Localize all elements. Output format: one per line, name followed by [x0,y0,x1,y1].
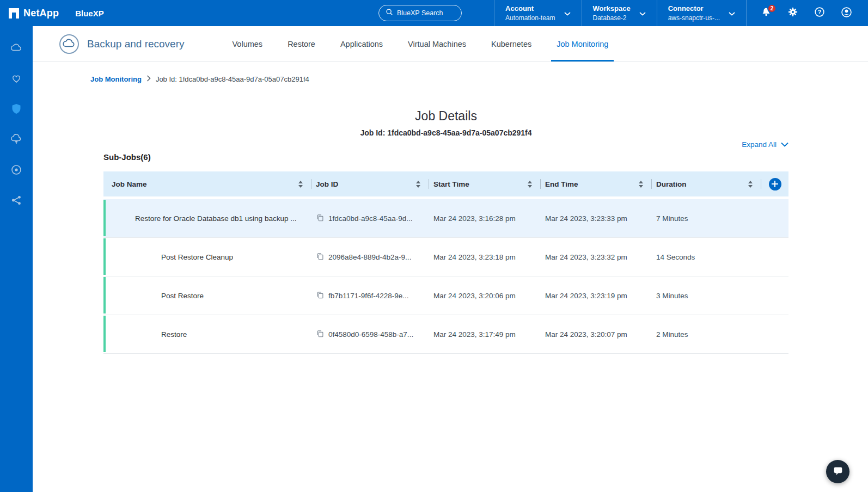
icon-tray: 2 [746,0,868,26]
brand: NetApp BlueXP [0,8,104,19]
column-header-end-time[interactable]: End Time [541,171,652,196]
workspace-menu-label: Workspace [593,4,631,13]
sidebar-item-health[interactable] [10,72,23,85]
column-label: Job Name [112,180,147,188]
job-id-cell: fb7b1171-9f6f-4228-9e... [311,291,429,301]
tab-virtual-machines[interactable]: Virtual Machines [408,26,466,61]
backup-recovery-icon [59,34,80,54]
add-column-button[interactable] [769,178,781,190]
governance-icon [10,169,23,178]
protection-shield-icon [10,108,23,117]
help-button[interactable]: ? [813,7,826,20]
table-row[interactable]: Post Restore Cleanup 2096a8e4-889d-4b2a-… [103,238,788,276]
chevron-down-icon [639,8,646,18]
copy-icon[interactable] [316,252,325,262]
sort-icon[interactable] [748,181,753,188]
canvas-cloud-icon [10,47,23,56]
column-label: Duration [656,180,687,188]
mobility-cloud-icon [10,138,23,147]
page-title: Job Details [103,109,788,124]
column-header-duration[interactable]: Duration [652,171,761,196]
duration-cell: 14 Seconds [652,253,761,261]
service-title: Backup and recovery [87,38,185,50]
copy-icon[interactable] [316,213,325,224]
sidebar-item-protection[interactable] [10,102,23,115]
end-time-cell: Mar 24 2023, 3:20:07 pm [541,330,652,339]
start-time-cell: Mar 24 2023, 3:16:28 pm [429,214,541,223]
account-menu[interactable]: Account Automation-team [494,0,581,26]
top-bar: NetApp BlueXP Account Automation-team Wo… [0,0,868,26]
connector-menu-value: aws-snapctr-us-... [668,14,720,22]
search-input[interactable] [397,9,454,17]
health-icon [10,77,23,87]
sort-icon[interactable] [416,181,420,188]
workspace-menu-value: Database-2 [593,14,631,22]
tab-kubernetes[interactable]: Kubernetes [491,26,531,61]
table-header: Job Name Job ID Start Time End Time [103,171,788,196]
end-time-cell: Mar 24 2023, 3:23:33 pm [541,214,652,223]
column-header-job-name[interactable]: Job Name [103,171,311,196]
chat-icon [832,465,844,479]
column-label: Start Time [433,180,469,188]
job-id-cell: 2096a8e4-889d-4b2a-9... [311,252,429,262]
notification-badge: 2 [767,4,777,13]
tab-job-monitoring[interactable]: Job Monitoring [557,26,608,61]
end-time-cell: Mar 24 2023, 3:23:32 pm [541,253,652,261]
breadcrumb-current: Job Id: 1fdca0bd-a9c8-45aa-9d7a-05a07cb2… [156,75,309,83]
job-id-text: 0f4580d0-6598-458b-a7... [328,330,413,339]
chevron-down-icon [781,140,788,149]
start-time-cell: Mar 24 2023, 3:20:06 pm [429,292,541,300]
column-label: Job ID [316,180,338,188]
table-row[interactable]: Post Restore fb7b1171-9f6f-4228-9e... Ma… [103,276,788,315]
expand-all-button[interactable]: Expand All [742,139,788,149]
notifications-button[interactable]: 2 [760,7,773,20]
table-row[interactable]: Restore for Oracle Database db1 using ba… [103,199,788,238]
connector-menu[interactable]: Connector aws-snapctr-us-... [657,0,746,26]
tab-applications[interactable]: Applications [340,26,383,61]
sort-icon[interactable] [298,181,303,188]
sidebar-item-canvas[interactable] [10,41,23,54]
user-account-button[interactable] [840,7,853,20]
job-id-cell: 1fdca0bd-a9c8-45aa-9d... [311,213,429,224]
column-header-start-time[interactable]: Start Time [429,171,541,196]
sort-icon[interactable] [639,181,643,188]
extensions-nodes-icon [10,199,23,208]
job-details-section: Job Details Job Id: 1fdca0bd-a9c8-45aa-9… [103,109,788,354]
copy-icon[interactable] [316,329,325,340]
bluexp-search[interactable] [378,5,462,21]
breadcrumb-job-monitoring-link[interactable]: Job Monitoring [90,75,142,83]
account-icon [840,6,853,21]
copy-icon[interactable] [316,291,325,301]
settings-button[interactable] [786,7,799,20]
tab-restore[interactable]: Restore [288,26,315,61]
job-name-cell: Post Restore [103,292,311,300]
start-time-cell: Mar 24 2023, 3:23:18 pm [429,253,541,261]
sidebar-item-governance[interactable] [10,163,23,176]
sidebar-item-mobility[interactable] [10,133,23,146]
table-row[interactable]: Restore 0f4580d0-6598-458b-a7... Mar 24 … [103,315,788,354]
start-time-cell: Mar 24 2023, 3:17:49 pm [429,330,541,339]
sidebar-item-extensions[interactable] [10,194,23,207]
duration-cell: 7 Minutes [652,214,761,223]
service-header: Backup and recovery Volumes Restore Appl… [33,26,868,62]
workspace-menu[interactable]: Workspace Database-2 [582,0,657,26]
job-name-cell: Restore for Oracle Database db1 using ba… [103,214,311,223]
netapp-brand-text: NetApp [23,8,59,19]
job-id-text: fb7b1171-9f6f-4228-9e... [328,292,409,300]
breadcrumb-chevron-icon [146,75,151,83]
sort-icon[interactable] [528,181,532,188]
top-right: Account Automation-team Workspace Databa… [494,0,868,26]
expand-row: Expand All [103,139,788,149]
job-id-cell: 0f4580d0-6598-458b-a7... [311,329,429,340]
tab-volumes[interactable]: Volumes [233,26,263,61]
page: NetApp BlueXP Account Automation-team Wo… [0,0,868,492]
chevron-down-icon [729,8,735,18]
job-name-cell: Restore [103,330,311,339]
duration-cell: 3 Minutes [652,292,761,300]
column-header-job-id[interactable]: Job ID [311,171,429,196]
add-column-cell [761,171,788,196]
chat-button[interactable] [826,460,849,483]
search-icon [386,8,393,18]
end-time-cell: Mar 24 2023, 3:23:19 pm [541,292,652,300]
svg-text:?: ? [818,9,821,15]
